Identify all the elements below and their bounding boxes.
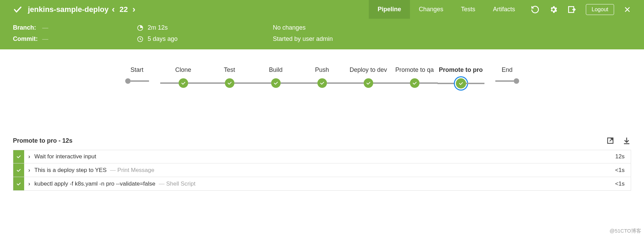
step-label: This is a deploy step to YESPrint Messag… bbox=[34, 167, 154, 174]
meta-col-branch: Branch: — Commit: — bbox=[13, 24, 48, 43]
stage-promote-to-pro[interactable]: Promote to pro bbox=[438, 66, 484, 89]
started-by-text: Started by user admin bbox=[273, 35, 333, 43]
stage-check-icon[interactable] bbox=[179, 78, 188, 88]
go-classic-icon[interactable] bbox=[567, 5, 576, 14]
step-time: 12s bbox=[615, 153, 631, 160]
step-status-check-icon bbox=[13, 177, 24, 190]
open-new-icon[interactable] bbox=[606, 136, 615, 145]
steps-title-time: 12s bbox=[62, 137, 72, 144]
branch-label: Branch: bbox=[13, 24, 37, 31]
steps-title-stage: Promote to pro bbox=[13, 137, 57, 144]
prev-run-button[interactable]: ‹ bbox=[109, 4, 118, 15]
stage-clone[interactable]: Clone bbox=[160, 66, 207, 88]
changes-text: No changes bbox=[273, 24, 306, 31]
tab-changes[interactable]: Changes bbox=[410, 0, 452, 19]
stage-build[interactable]: Build bbox=[253, 66, 299, 88]
tab-artifacts[interactable]: Artifacts bbox=[484, 0, 524, 19]
header-top: jenkins-sample-deploy ‹ 22 › Pipeline Ch… bbox=[0, 0, 644, 19]
stage-label: Deploy to dev bbox=[349, 66, 387, 74]
branch-value: — bbox=[42, 24, 48, 31]
stage-check-icon[interactable] bbox=[456, 78, 466, 89]
header: jenkins-sample-deploy ‹ 22 › Pipeline Ch… bbox=[0, 0, 644, 49]
step-row[interactable]: ›kubectl apply -f k8s.yaml -n pro --vali… bbox=[13, 177, 631, 191]
job-name: jenkins-sample-deploy bbox=[28, 5, 109, 14]
meta-col-cause: No changes Started by user admin bbox=[273, 24, 333, 43]
step-label: kubectl apply -f k8s.yaml -n pro --valid… bbox=[34, 180, 195, 187]
stage-check-icon[interactable] bbox=[271, 78, 281, 88]
close-icon[interactable] bbox=[624, 6, 631, 13]
step-row[interactable]: ›This is a deploy step to YESPrint Messa… bbox=[13, 163, 631, 177]
stage-promote-to-qa[interactable]: Promote to qa bbox=[392, 66, 438, 88]
pipeline-graph: StartCloneTestBuildPushDeploy to devProm… bbox=[0, 49, 644, 136]
meta-col-time: 2m 12s 5 days ago bbox=[137, 24, 178, 43]
chevron-right-icon[interactable]: › bbox=[24, 181, 34, 187]
stage-end[interactable]: End bbox=[484, 66, 530, 84]
clock-icon bbox=[137, 36, 144, 43]
stage-check-icon[interactable] bbox=[317, 78, 327, 88]
stage-label: Clone bbox=[175, 66, 191, 74]
duration-icon bbox=[137, 25, 144, 31]
commit-value: — bbox=[42, 35, 48, 43]
step-status-check-icon bbox=[13, 163, 24, 177]
next-run-button[interactable]: › bbox=[129, 4, 139, 15]
stage-dot-icon[interactable] bbox=[125, 78, 131, 84]
header-title-group: jenkins-sample-deploy ‹ 22 › bbox=[13, 4, 139, 15]
commit-label: Commit: bbox=[13, 35, 37, 43]
step-sublabel: Print Message bbox=[110, 167, 154, 173]
tabs: Pipeline Changes Tests Artifacts bbox=[369, 0, 524, 19]
stage-check-icon[interactable] bbox=[410, 78, 419, 88]
chevron-right-icon[interactable]: › bbox=[24, 154, 34, 160]
step-status-check-icon bbox=[13, 150, 24, 163]
stage-label: Test bbox=[224, 66, 235, 74]
stage-label: End bbox=[501, 66, 512, 74]
stage-test[interactable]: Test bbox=[207, 66, 253, 88]
header-meta: Branch: — Commit: — 2m 12s 5 days ago bbox=[0, 19, 644, 49]
stage-check-icon[interactable] bbox=[225, 78, 234, 88]
step-time: <1s bbox=[615, 180, 631, 187]
steps-panel: Promote to pro - 12s ›Wait for interacti… bbox=[0, 136, 644, 204]
stage-dot-icon[interactable] bbox=[514, 78, 519, 84]
header-actions: Logout bbox=[531, 4, 631, 15]
step-time: <1s bbox=[615, 167, 631, 174]
logout-button[interactable]: Logout bbox=[586, 4, 614, 15]
tab-pipeline[interactable]: Pipeline bbox=[369, 0, 410, 19]
steps-title-sep: - bbox=[57, 137, 62, 144]
stage-label: Promote to qa bbox=[395, 66, 434, 74]
step-label: Wait for interactive input bbox=[34, 153, 96, 160]
gear-icon[interactable] bbox=[549, 5, 558, 14]
steps-title: Promote to pro - 12s bbox=[13, 136, 631, 145]
age-value: 5 days ago bbox=[148, 35, 178, 43]
duration-value: 2m 12s bbox=[148, 24, 168, 31]
chevron-right-icon[interactable]: › bbox=[24, 167, 34, 173]
stage-deploy-to-dev[interactable]: Deploy to dev bbox=[345, 66, 392, 88]
stage-label: Promote to pro bbox=[439, 66, 483, 74]
stage-label: Push bbox=[315, 66, 329, 74]
stage-label: Start bbox=[130, 66, 143, 74]
step-sublabel: Shell Script bbox=[159, 180, 196, 187]
stage-label: Build bbox=[269, 66, 282, 74]
run-number: 22 bbox=[118, 5, 129, 14]
download-icon[interactable] bbox=[622, 136, 631, 145]
stage-push[interactable]: Push bbox=[299, 66, 345, 88]
step-row[interactable]: ›Wait for interactive input12s bbox=[13, 150, 631, 163]
tab-tests[interactable]: Tests bbox=[452, 0, 484, 19]
stage-check-icon[interactable] bbox=[364, 78, 373, 88]
status-check-icon bbox=[13, 5, 22, 14]
rerun-icon[interactable] bbox=[531, 5, 540, 14]
stage-start[interactable]: Start bbox=[114, 66, 160, 84]
